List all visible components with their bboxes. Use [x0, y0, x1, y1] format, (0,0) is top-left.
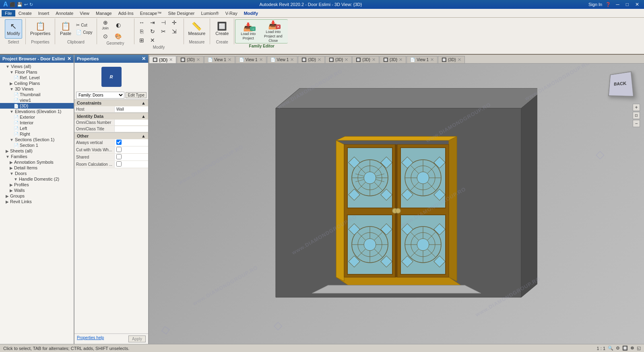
modify-button[interactable]: ↖ Modify: [5, 19, 22, 39]
omniclass-title-value[interactable]: [115, 126, 148, 132]
project-browser-close[interactable]: ✕: [67, 56, 71, 62]
menu-create[interactable]: Create: [15, 10, 35, 16]
properties-help-link[interactable]: Properties help: [77, 336, 104, 342]
tree-3d-current[interactable]: 📄 {3D}: [0, 103, 74, 109]
menu-sitedesigner[interactable]: Site Designer: [165, 10, 198, 16]
omniclass-number-value[interactable]: [115, 120, 148, 125]
minimize-btn[interactable]: ─: [614, 2, 621, 7]
zoom-icon[interactable]: 🔍: [608, 346, 613, 351]
tree-families[interactable]: ▼ Families: [0, 154, 74, 159]
nav-cube[interactable]: BACK: [608, 72, 636, 100]
nav-wheel-icon[interactable]: 🔲: [622, 346, 628, 351]
tree-revit-links[interactable]: ▶ Revit Links: [0, 199, 74, 204]
delete-button[interactable]: ✕: [148, 36, 158, 44]
menu-manage[interactable]: Manage: [93, 10, 115, 16]
nav-cube-face[interactable]: BACK: [608, 71, 634, 97]
properties-ribbon-button[interactable]: 📋 Properties: [28, 19, 52, 39]
menu-lumion[interactable]: Lumion®: [198, 10, 222, 16]
tree-interior[interactable]: 📄 Interior: [0, 120, 74, 126]
menu-file[interactable]: File: [2, 10, 15, 16]
tree-walls[interactable]: ▶ Walls: [0, 187, 74, 193]
tree-thumbnail[interactable]: 📄 Thumbnail: [0, 92, 74, 97]
join-button[interactable]: ⊕ Join: [99, 19, 111, 31]
title-icon-undo[interactable]: ↩: [24, 2, 28, 7]
create-button[interactable]: 🔲 Create: [213, 19, 231, 39]
title-icon-quick-access[interactable]: ⬛: [10, 2, 15, 7]
zoom-in-btn[interactable]: +: [633, 104, 640, 111]
always-vertical-value[interactable]: [115, 139, 148, 146]
tab-view1-1[interactable]: 📄View 1 ✕: [204, 56, 235, 63]
menu-vray[interactable]: V-Ray: [222, 10, 241, 16]
edit-type-button[interactable]: Edit Type: [126, 92, 147, 98]
rotate-button[interactable]: ↻: [148, 27, 158, 35]
zoom-fit-btn[interactable]: ⊡: [633, 112, 640, 119]
cut-button[interactable]: ✂ Cut: [74, 22, 94, 29]
close-btn[interactable]: ✕: [634, 2, 641, 7]
menu-view[interactable]: View: [76, 10, 93, 16]
cut-with-voids-checkbox[interactable]: [116, 147, 122, 152]
move-button[interactable]: ✛: [169, 19, 180, 27]
room-calc-checkbox[interactable]: [116, 161, 122, 167]
mirror-button[interactable]: ⊣: [159, 19, 169, 27]
load-into-project-button[interactable]: 📥 → Load intoProject: [237, 22, 259, 42]
scale-button[interactable]: ⇲: [169, 27, 180, 35]
apply-button[interactable]: Apply: [128, 336, 146, 342]
view-cube-status-icon[interactable]: ◱: [637, 346, 641, 351]
split-button[interactable]: ◐: [112, 21, 124, 29]
tab-3d-active[interactable]: 🔲 {3D} ✕: [149, 56, 176, 63]
3d-view[interactable]: www.DIAMONDGROUP.RO www.DIAMONDGROUP.RO …: [149, 64, 644, 344]
tab-view1-3[interactable]: 📄View 1 ✕: [267, 56, 298, 63]
zoom-out-btn[interactable]: −: [633, 120, 640, 127]
copy-modify-button[interactable]: ⎘: [137, 27, 147, 35]
tree-view1[interactable]: 📄 view1: [0, 97, 74, 103]
tree-detail-items[interactable]: ▶ Detail Items: [0, 165, 74, 171]
tab-3d-3[interactable]: 🔲{3D} ✕: [298, 56, 324, 63]
tree-views-all[interactable]: ▼ Views (all): [0, 64, 74, 69]
identity-data-section-header[interactable]: Identity Data ▲: [74, 113, 148, 119]
cut-geom-button[interactable]: ⊙: [99, 32, 111, 40]
title-icon-save[interactable]: 💾: [17, 2, 23, 7]
menu-annotate[interactable]: Annotate: [52, 10, 76, 16]
family-type-select[interactable]: Family: Doors: [76, 92, 124, 99]
tab-3d-4[interactable]: 🔲{3D} ✕: [325, 56, 352, 63]
align-button[interactable]: ↔: [137, 19, 147, 27]
array-button[interactable]: ⊞: [137, 36, 147, 44]
menu-insert[interactable]: Insert: [35, 10, 53, 16]
omniclass-title-input[interactable]: [116, 127, 147, 131]
paste-button[interactable]: 📋 Paste: [58, 19, 74, 39]
constraints-section-header[interactable]: Constraints ▲: [74, 99, 148, 106]
tree-groups[interactable]: ▶ Groups: [0, 193, 74, 199]
paint-button[interactable]: 🎨: [112, 32, 124, 40]
tree-sheets[interactable]: ▶ Sheets (all): [0, 148, 74, 154]
tab-close-3d[interactable]: ✕: [169, 57, 173, 62]
shared-checkbox[interactable]: [116, 154, 122, 159]
tree-exterior[interactable]: 📄 Exterior: [0, 114, 74, 120]
always-vertical-checkbox[interactable]: [116, 140, 122, 145]
tree-ref-level[interactable]: 📄 Ref. Level: [0, 75, 74, 80]
tree-section1[interactable]: 📄 Section 1: [0, 142, 74, 148]
menu-enscape[interactable]: Enscape™: [137, 10, 165, 16]
trim-button[interactable]: ✂: [159, 27, 169, 35]
tree-right[interactable]: 📄 Right: [0, 131, 74, 137]
maximize-btn[interactable]: □: [624, 2, 630, 7]
other-section-header[interactable]: Other ▲: [74, 132, 148, 139]
tree-doors[interactable]: ▼ Doors: [0, 171, 74, 176]
tree-sections[interactable]: ▼ Sections (Section 1): [0, 137, 74, 142]
tree-elevations[interactable]: ▼ Elevations (Elevation 1): [0, 109, 74, 114]
tree-profiles[interactable]: ▶ Profiles: [0, 182, 74, 187]
tab-3d-5[interactable]: 🔲{3D} ✕: [352, 56, 379, 63]
tree-annotation-symbols[interactable]: ▶ Annotation Symbols: [0, 159, 74, 165]
room-calc-value[interactable]: [115, 161, 148, 168]
steering-wheels-icon[interactable]: ☸: [630, 346, 634, 351]
help-btn[interactable]: ❓: [605, 2, 611, 7]
tab-view1-2[interactable]: 📄View 1 ✕: [235, 56, 266, 63]
tab-view1-4[interactable]: 📄View 1 ✕: [407, 56, 438, 63]
tab-3d-6[interactable]: 🔲{3D} ✕: [380, 56, 406, 63]
tree-ceiling-plans[interactable]: ▶ Ceiling Plans: [0, 80, 74, 86]
tree-handle-domestic[interactable]: ▼ Handle Domestic (2): [0, 176, 74, 182]
title-icon-redo[interactable]: ↻: [29, 2, 33, 7]
load-into-project-close-button[interactable]: 📥 ✕ Load into Project and Close: [260, 20, 286, 44]
cut-with-voids-value[interactable]: [115, 146, 148, 153]
omniclass-number-input[interactable]: [116, 120, 147, 125]
tab-3d-2[interactable]: 🔲{3D} ✕: [177, 56, 203, 63]
